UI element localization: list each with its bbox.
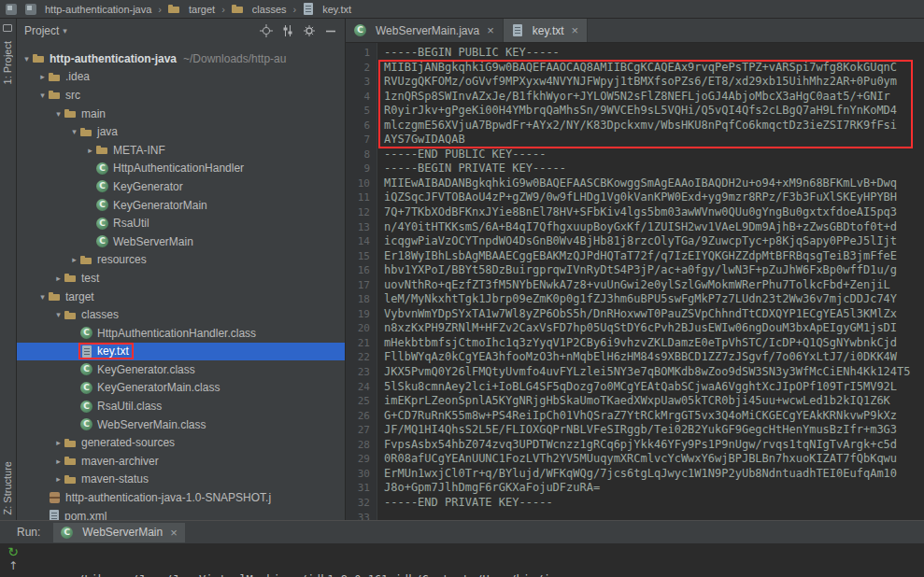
- project-view-selector[interactable]: Project ▾: [24, 24, 67, 37]
- tree-item-src[interactable]: ▾src: [17, 86, 345, 105]
- breadcrumb-item-http-authentication-java[interactable]: http-authentication-java: [23, 3, 153, 16]
- editor-line[interactable]: 7AYS7GwIDAQAB: [346, 133, 924, 148]
- tree-item-meta-inf[interactable]: ▸META-INF: [17, 141, 345, 160]
- editor-line[interactable]: 28FvpsAsbx54hbZ074zvq3UPDTWcnzz1gRCq6pjY…: [346, 438, 924, 453]
- breadcrumb-item-classes[interactable]: classes: [230, 2, 289, 16]
- tree-item-webservermain-class[interactable]: CWebServerMain.class: [17, 415, 345, 434]
- editor-line[interactable]: 26G+CD7RuRnK55m8w+PS4ReiIpCh01VhQSraZ7Yt…: [346, 409, 924, 424]
- tree-item-http-authentication-java-1-0-snapshot-j[interactable]: http-authentication-java-1.0-SNAPSHOT.j: [17, 488, 345, 507]
- tree-item-target[interactable]: ▾target: [17, 288, 345, 306]
- filter-settings-icon[interactable]: [281, 24, 294, 37]
- line-number: 7: [346, 133, 377, 148]
- editor-line[interactable]: 41znQRSp8SWInvAZxJe/B1fkhWyor+JYLOW5N2sF…: [346, 90, 924, 105]
- tool-button-project[interactable]: 1: Project: [2, 41, 13, 84]
- archive-icon: [50, 492, 60, 503]
- expanded-arrow-icon[interactable]: ▾: [36, 292, 49, 302]
- tree-item-keygeneratormain[interactable]: CKeyGeneratorMain: [17, 196, 345, 215]
- editor-tab-key-txt[interactable]: key.txt×: [504, 19, 588, 42]
- editor-line[interactable]: 10MIIEwAIBADANBgkqhkiG9w0BAQEFAASCBKowgg…: [346, 176, 924, 191]
- close-icon[interactable]: ×: [170, 526, 178, 540]
- tree-item-test[interactable]: ▸test: [17, 269, 345, 288]
- editor-line[interactable]: 21mHekbtbmfsjCtmoIhc1q3zYyqV1P2CBy6i9vhz…: [346, 336, 924, 351]
- line-number: 27: [346, 423, 377, 438]
- gear-icon[interactable]: [303, 24, 316, 37]
- editor-line[interactable]: 23JKX5PvmQ0Y26lFMQtyUvmfo4uvFYLzlei5NY3e…: [346, 365, 924, 380]
- collapsed-arrow-icon[interactable]: ▸: [36, 72, 49, 81]
- tree-item-generated-sources[interactable]: ▸generated-sources: [17, 433, 345, 452]
- editor-line[interactable]: 290R08afUCgYEAnUUNC1FozLVTh2YV5MUuqymXRC…: [346, 452, 924, 467]
- line-number: 30: [346, 467, 377, 482]
- expanded-arrow-icon[interactable]: ▾: [52, 310, 64, 319]
- close-icon[interactable]: ×: [487, 23, 494, 37]
- editor-line[interactable]: 9-----BEGIN PRIVATE KEY-----: [346, 162, 924, 176]
- tree-item-webservermain[interactable]: CWebServerMain: [17, 232, 345, 251]
- project-stripe-icon[interactable]: [3, 24, 12, 32]
- editor-line[interactable]: 32-----END PRIVATE KEY-----: [346, 496, 924, 511]
- expanded-arrow-icon[interactable]: ▾: [52, 109, 64, 119]
- tree-item-httpauthenticationhandler-class[interactable]: CHttpAuthenticationHandler.class: [17, 324, 345, 343]
- tree-item-keygenerator[interactable]: CKeyGenerator: [17, 177, 345, 196]
- editor-line[interactable]: 1-----BEGIN PUBLIC KEY-----: [346, 46, 924, 61]
- tree-item-httpauthenticationhandler[interactable]: CHttpAuthenticationHandler: [17, 160, 345, 178]
- tree-item-keygeneratormain-class[interactable]: CKeyGeneratorMain.class: [17, 379, 345, 398]
- editor-line[interactable]: 33: [346, 511, 924, 521]
- tree-item-idea[interactable]: ▸.idea: [17, 68, 345, 87]
- expanded-arrow-icon[interactable]: ▾: [21, 54, 33, 63]
- line-number: 28: [346, 438, 377, 453]
- editor-line[interactable]: 245lSku8cmnAey2lci+IoBLG4SF5qDozg7o0MCgY…: [346, 380, 924, 395]
- editor-line[interactable]: 13n/4Y0itHTKKsmS/6A+B4qI7QfhgxuupBoyGxKf…: [346, 220, 924, 235]
- editor-tab-webservermain-java[interactable]: CWebServerMain.java×: [346, 19, 504, 42]
- collapsed-arrow-icon[interactable]: ▸: [52, 274, 64, 283]
- expanded-arrow-icon[interactable]: ▾: [68, 127, 80, 136]
- tree-item-rsautil[interactable]: CRsaUtil: [17, 214, 345, 232]
- collapsed-arrow-icon[interactable]: ▸: [84, 146, 96, 155]
- collapsed-arrow-icon[interactable]: ▸: [52, 457, 64, 466]
- editor-line[interactable]: 25imEKprLZeonSpnlA5KYgNRjgHbSkaUmoTKaedX…: [346, 394, 924, 409]
- tool-button-structure[interactable]: Z: Structure: [2, 461, 13, 514]
- editor-line[interactable]: 16hbv1YXPoI/BBYt58DzBuirgprqwIVnRyDtS4P3…: [346, 263, 924, 278]
- hide-panel-icon[interactable]: [324, 24, 337, 37]
- tree-item-maven-status[interactable]: ▸maven-status: [17, 471, 345, 489]
- editor-line[interactable]: 5R0yirJkv+gPgeKi00H4YMbrqQaMhsSn/9WVCEh9…: [346, 104, 924, 119]
- breadcrumb-item-key-txt[interactable]: key.txt: [301, 2, 353, 16]
- up-arrow-icon[interactable]: ↑: [8, 559, 18, 572]
- editor-line[interactable]: 3RVUzgQKFOMz/oGVvf9MPXyxw4NVYNJFWpyj1tBM…: [346, 75, 924, 90]
- run-tab-webservermain[interactable]: C WebServerMain ×: [53, 523, 184, 542]
- editor-line[interactable]: 17uovNthRo+qEzfZT3fM5NYbENwkA7z8+vuUnGwi…: [346, 278, 924, 293]
- editor-line[interactable]: 8-----END PUBLIC KEY-----: [346, 148, 924, 162]
- tree-item-maven-archiver[interactable]: ▸maven-archiver: [17, 452, 345, 471]
- expanded-arrow-icon[interactable]: ▾: [36, 91, 49, 100]
- editor-line[interactable]: 127Q+7TKbXOdBFKnxJYie8BnEl78HV+SFbKiv4lg…: [346, 205, 924, 220]
- collapsed-arrow-icon[interactable]: ▸: [68, 255, 80, 264]
- editor-line[interactable]: 11iQZSqcJFVTOBAoU4zP+gZW9/0w9fLHDg1Vg0kV…: [346, 190, 924, 205]
- tree-item-java[interactable]: ▾java: [17, 122, 345, 141]
- tree-item-http-authentication-java[interactable]: ▾http-authentication-java~/Downloads/htt…: [17, 49, 345, 68]
- close-icon[interactable]: ×: [572, 23, 579, 37]
- editor-line[interactable]: 15Er18WyIBhLsbAgMBAAECggEBAKMzQJPdHQTaT7…: [346, 249, 924, 264]
- tree-item-keygenerator-class[interactable]: CKeyGenerator.class: [17, 360, 345, 379]
- tree-item-pom-xml[interactable]: pom.xml: [17, 507, 345, 520]
- tree-item-content: src: [49, 89, 80, 102]
- editor-line[interactable]: 30ErMUn1wxjCl0Tr+q/BYlujd/WFKqWQg/7jcs6t…: [346, 467, 924, 482]
- editor-line[interactable]: 20n8xzKxPH9ZRNlM+HFZv2CaxVsFD7hp05UqStDY…: [346, 321, 924, 336]
- tree-item-resources[interactable]: ▸resources: [17, 251, 345, 270]
- tree-item-key-txt[interactable]: key.txt: [17, 343, 345, 361]
- editor-line[interactable]: 2MIIBIjANBgkqhkiG9w0BAQEFAAOCAQ8AMIIBCgK…: [346, 61, 924, 76]
- editor-line[interactable]: 6mlczgmE56XVjuA7BpwdFr+AYx2/NY/K83Dpckxm…: [346, 119, 924, 134]
- locate-icon[interactable]: [260, 24, 273, 37]
- collapsed-arrow-icon[interactable]: ▸: [52, 474, 64, 484]
- editor-line[interactable]: 31J8o+Gpm7JlhDmgF6rGKXaFojuDFzuRA=: [346, 481, 924, 496]
- editor-line[interactable]: 22FllbWYqAz0kCgYEA3hfooMzO3h+nMqbElH6zHM…: [346, 350, 924, 365]
- tree-item-rsautil-class[interactable]: CRsaUtil.class: [17, 397, 345, 415]
- editor-line[interactable]: 19VybvnWmYDpSYxTA1w7Wl8yZP6ObS5h/DnRHoxw…: [346, 307, 924, 322]
- tree-item-classes[interactable]: ▾classes: [17, 305, 345, 324]
- rerun-icon[interactable]: ↻: [7, 544, 19, 559]
- collapsed-arrow-icon[interactable]: ▸: [52, 438, 64, 447]
- folder-icon: [64, 272, 77, 284]
- editor-line[interactable]: 27JF/MQ1HI4QhsS2L5E/FLIOXGQPrNBLVFeSIRgg…: [346, 423, 924, 438]
- editor-line[interactable]: 14icqgwPiaVzOCYTnpdWO4DsGnB0Wv4BjHb81j8r…: [346, 234, 924, 249]
- tree-item-main[interactable]: ▾main: [17, 105, 345, 123]
- editor[interactable]: 1-----BEGIN PUBLIC KEY-----2MIIBIjANBgkq…: [346, 43, 924, 520]
- editor-line[interactable]: 18leM/MyNkxhtTgk1Jbrp09eZmK0p0g1fZJ3hm6u…: [346, 292, 924, 307]
- breadcrumb-item-target[interactable]: target: [166, 2, 217, 16]
